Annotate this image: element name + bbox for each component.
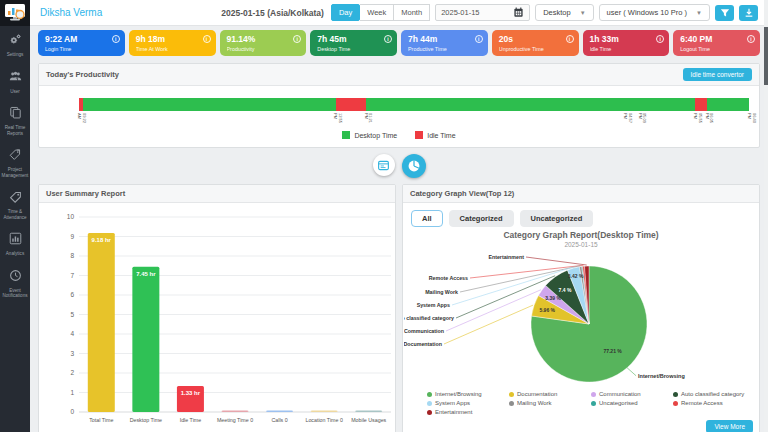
pie-callout-line [526, 257, 587, 265]
x-axis-label: Idle Time [180, 417, 202, 423]
pie-legend-item-remote-access[interactable]: Remote Access [673, 400, 753, 406]
pie-legend-item-internet-browsing[interactable]: Internet/Browsing [427, 391, 507, 397]
device-select[interactable]: Desktop ▼ [535, 4, 593, 21]
pie-callout-label: Remote Access [429, 275, 468, 281]
pie-legend-item-mailing-work[interactable]: Mailing Work [509, 400, 589, 406]
sidebar-nav: SettingsUserReal Time ReportsProject Man… [0, 26, 30, 304]
bar-total-time[interactable] [88, 233, 115, 412]
date-input[interactable] [441, 8, 497, 17]
timeline-tick: 06:05PM [704, 113, 714, 123]
filter-button[interactable] [715, 5, 734, 21]
view-button-day[interactable]: Day [331, 4, 360, 21]
pie-legend-item-uncategorised[interactable]: Uncategorised [591, 400, 671, 406]
tab-uncategorized[interactable]: Uncategorized [520, 210, 594, 227]
pie-callout-label: Mailing Work [425, 289, 458, 295]
bar-desktop-time[interactable] [132, 267, 159, 412]
pie-legend-dot [591, 401, 596, 406]
timeline-tick: 06:40PM [746, 113, 756, 123]
stat-card-value: 7h 44m [408, 34, 437, 44]
stat-card-desktop-time: 7h 45miDesktop Time [310, 30, 397, 56]
main-area: Diksha Verma 2025-01-15 (Asia/Kolkata) D… [30, 0, 768, 432]
sidebar-item-settings[interactable]: Settings [0, 26, 30, 63]
download-button[interactable] [739, 5, 758, 21]
info-icon[interactable]: i [475, 35, 483, 43]
x-axis-label: Calls 0 [271, 417, 287, 423]
bar-mobile-usages[interactable] [355, 410, 382, 412]
stat-card-unproductive-time: 20siUnproductive Time [492, 30, 579, 56]
calendar-button[interactable] [513, 7, 524, 18]
bar-value-label: 7.45 hr [136, 271, 156, 277]
y-axis-tick: 0 [70, 408, 74, 415]
view-button-week[interactable]: Week [360, 4, 394, 21]
pie-legend-item-communication[interactable]: Communication [591, 391, 671, 397]
timeline-segment[interactable] [336, 98, 366, 111]
timeline-segment[interactable] [707, 98, 749, 111]
view-button-month[interactable]: Month [394, 4, 430, 21]
info-icon[interactable]: i [203, 35, 211, 43]
sidebar-item-analytics[interactable]: Analytics [0, 225, 30, 262]
funnel-icon [720, 8, 730, 18]
app-logo[interactable] [0, 0, 30, 26]
sidebar-item-user[interactable]: User [0, 63, 30, 100]
legend-item-idle-time[interactable]: Idle Time [415, 131, 455, 139]
topbar: Diksha Verma 2025-01-15 (Asia/Kolkata) D… [30, 0, 768, 26]
sidebar-item-time-attendance[interactable]: Time & Attendance [0, 183, 30, 225]
bar-meeting-time-0[interactable] [222, 410, 249, 412]
info-icon[interactable]: i [293, 35, 301, 43]
download-icon [744, 8, 754, 18]
user-select[interactable]: user ( Windows 10 Pro ) ▼ [599, 4, 710, 21]
bar-calls-0[interactable] [266, 410, 293, 412]
date-picker [435, 4, 530, 21]
pie-chart-icon [407, 159, 421, 173]
stat-card-label: Unproductive Time [499, 46, 574, 52]
tab-categorized[interactable]: Categorized [449, 210, 514, 227]
info-icon[interactable]: i [566, 35, 574, 43]
sidebar: SettingsUserReal Time ReportsProject Man… [0, 0, 30, 432]
stat-card-productivity: 91.14%iProductivity [220, 30, 307, 56]
pie-legend-label: Remote Access [681, 400, 723, 406]
sidebar-item-event-notifications[interactable]: Event Notifications [0, 262, 30, 304]
page-content: 9:22 AMiLogin Time9h 18miTime At Work91.… [30, 26, 768, 432]
pie-chart-title: Category Graph Report(Desktop Time) [403, 230, 759, 240]
legend-item-desktop-time[interactable]: Desktop Time [342, 131, 397, 139]
monitor-chart-logo-icon [4, 3, 26, 23]
bar-location-time-0[interactable] [311, 410, 338, 412]
pie-callout-line [444, 305, 533, 344]
sidebar-item-project-management[interactable]: Project Management [0, 141, 30, 183]
timeline-segment[interactable] [366, 98, 696, 111]
productivity-timeline-bar[interactable] [79, 98, 749, 111]
pie-legend-item-system-apps[interactable]: System Apps [427, 400, 507, 406]
info-icon[interactable]: i [656, 35, 664, 43]
info-icon[interactable]: i [112, 35, 120, 43]
sidebar-item-label: User [10, 89, 20, 95]
stat-card-logout-time: 6:40 PMiLogout Time [673, 30, 760, 56]
timeline-legend: Desktop TimeIdle Time [39, 129, 759, 147]
stat-card-value: 9h 18m [136, 34, 165, 44]
info-icon[interactable]: i [747, 35, 755, 43]
sidebar-item-real-time-reports[interactable]: Real Time Reports [0, 99, 30, 141]
pie-legend-dot [427, 410, 432, 415]
timeline-segment[interactable] [83, 98, 336, 111]
info-icon[interactable]: i [384, 35, 392, 43]
timeline-segment[interactable] [695, 98, 706, 111]
view-more-button[interactable]: View More [706, 420, 753, 432]
y-axis-tick: 6 [70, 291, 74, 298]
idle-time-convertor-button[interactable]: Idle time convertor [683, 68, 752, 81]
stat-card-label: Productivity [227, 46, 302, 52]
legend-swatch [342, 131, 350, 139]
tab-all[interactable]: All [411, 210, 443, 227]
stat-card-top: 91.14%i [227, 34, 302, 44]
chart-view-button[interactable] [402, 154, 426, 178]
pie-legend-item-documentation[interactable]: Documentation [509, 391, 589, 397]
bar-value-label: 1.33 hr [181, 390, 201, 396]
stat-card-login-time: 9:22 AMiLogin Time [38, 30, 125, 56]
y-axis-tick: 4 [70, 330, 74, 337]
pie-legend-dot [509, 401, 514, 406]
y-axis-tick: 1 [70, 389, 74, 396]
scrollbar-thumb[interactable] [764, 27, 768, 85]
clock-icon [9, 268, 22, 286]
pie-legend-item-entertainment[interactable]: Entertainment [427, 409, 507, 415]
summary-view-button[interactable] [373, 154, 395, 176]
pie-legend-item-auto-classified-category[interactable]: Auto classified category [673, 391, 753, 397]
y-axis-tick: 8 [70, 252, 74, 259]
